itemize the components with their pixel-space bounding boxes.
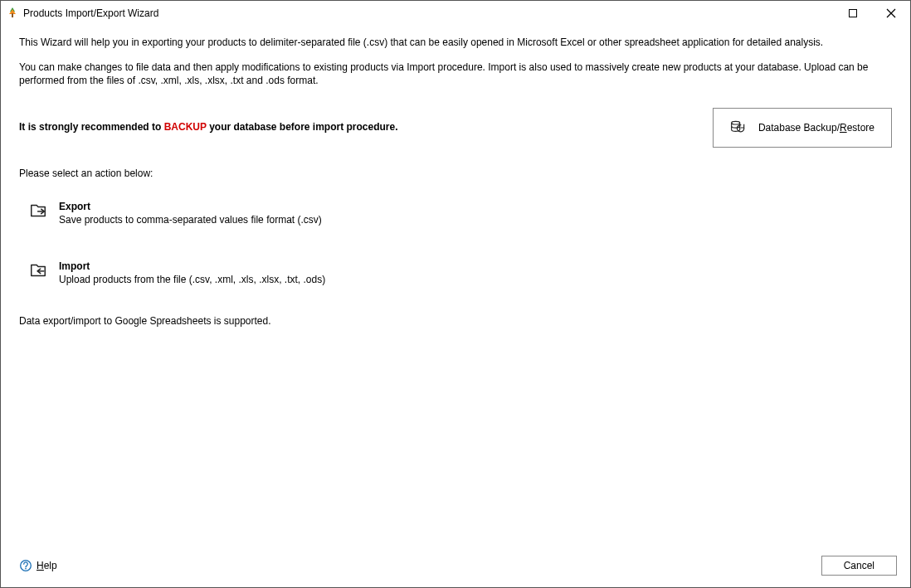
- export-action[interactable]: Export Save products to comma-separated …: [19, 196, 600, 231]
- content-area: This Wizard will help you in exporting y…: [1, 26, 910, 544]
- select-action-label: Please select an action below:: [19, 168, 892, 179]
- google-spreadsheets-note: Data export/import to Google Spreadsheet…: [19, 315, 892, 327]
- help-icon: [19, 559, 32, 572]
- svg-point-6: [25, 568, 27, 570]
- cancel-button[interactable]: Cancel: [821, 556, 897, 576]
- close-button[interactable]: [872, 1, 910, 26]
- maximize-button[interactable]: [834, 1, 872, 26]
- svg-point-4: [732, 121, 740, 124]
- export-description: Save products to comma-separated values …: [59, 214, 322, 226]
- maximize-icon: [849, 9, 858, 18]
- backup-row: It is strongly recommended to BACKUP you…: [19, 108, 892, 148]
- database-restore-icon: [730, 119, 747, 136]
- help-label: Help: [37, 560, 57, 571]
- svg-rect-1: [849, 9, 856, 17]
- titlebar-controls: [834, 1, 910, 26]
- export-icon: [29, 202, 47, 220]
- import-description: Upload products from the file (.csv, .xm…: [59, 274, 325, 285]
- close-icon: [886, 8, 896, 18]
- titlebar: Products Import/Export Wizard: [1, 1, 910, 26]
- import-action[interactable]: Import Upload products from the file (.c…: [19, 255, 600, 290]
- svg-rect-0: [12, 13, 13, 17]
- backup-recommendation: It is strongly recommended to BACKUP you…: [19, 121, 398, 134]
- import-icon: [29, 261, 47, 279]
- intro-text-2: You can make changes to file data and th…: [19, 61, 892, 87]
- backup-button-label: Database Backup/Restore: [758, 122, 874, 134]
- intro-text-1: This Wizard will help you in exporting y…: [19, 36, 892, 49]
- import-title: Import: [59, 260, 325, 272]
- help-link[interactable]: Help: [19, 559, 57, 572]
- footer: Help Cancel: [1, 544, 910, 587]
- window-title: Products Import/Export Wizard: [23, 7, 834, 19]
- database-backup-restore-button[interactable]: Database Backup/Restore: [713, 108, 892, 148]
- app-icon: [6, 7, 19, 20]
- wizard-window: Products Import/Export Wizard This Wizar…: [0, 0, 911, 588]
- export-title: Export: [59, 201, 322, 212]
